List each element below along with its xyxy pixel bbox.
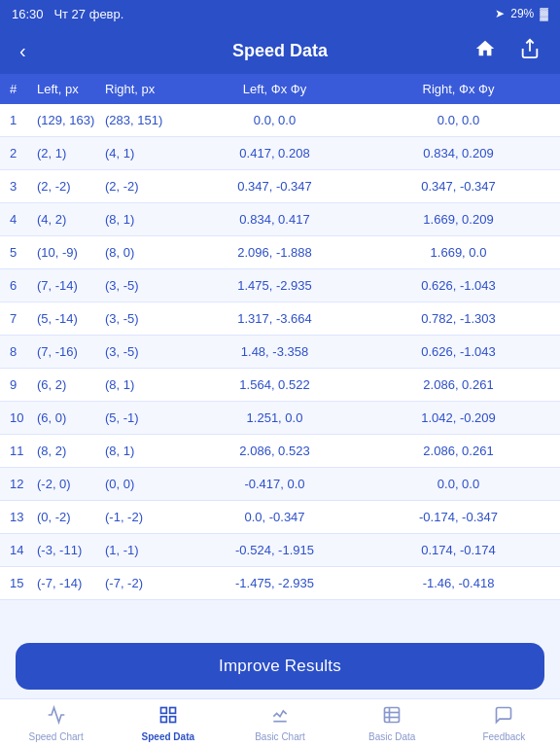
- cell-right-fxy: 0.0, 0.0: [367, 113, 550, 127]
- table-row: 8 (7, -16) (3, -5) 1.48, -3.358 0.626, -…: [0, 336, 560, 369]
- cell-right-px: (8, 1): [105, 444, 183, 458]
- cell-right-px: (2, -2): [105, 179, 183, 194]
- cell-num: 10: [10, 410, 37, 425]
- cell-num: 14: [10, 543, 37, 557]
- battery-icon: ▓: [540, 7, 548, 20]
- cell-right-fxy: 1.669, 0.0: [367, 245, 550, 260]
- cell-right-fxy: 0.347, -0.347: [367, 179, 550, 194]
- cell-left-px: (10, -9): [37, 245, 105, 260]
- cell-left-fxy: 1.564, 0.522: [183, 377, 367, 392]
- status-time: 16:30 Чт 27 февр.: [12, 7, 123, 21]
- cell-left-fxy: 0.0, -0.347: [183, 510, 367, 524]
- page-title: Speed Data: [232, 41, 328, 61]
- tab-feedback[interactable]: Feedback: [448, 701, 560, 746]
- tab-basic-data[interactable]: Basic Data: [336, 701, 448, 746]
- cell-right-fxy: 1.669, 0.209: [367, 212, 550, 227]
- cell-right-px: (3, -5): [105, 311, 183, 326]
- wifi-icon: ➤: [495, 7, 505, 20]
- speed-data-label: Speed Data: [142, 731, 194, 742]
- cell-left-px: (7, -16): [37, 344, 105, 359]
- basic-data-label: Basic Data: [368, 731, 415, 742]
- col-right-fxy: Right, Фх Фу: [367, 82, 550, 96]
- basic-data-icon: [382, 705, 402, 729]
- cell-num: 1: [10, 113, 37, 127]
- cell-right-px: (4, 1): [105, 146, 183, 160]
- table-row: 3 (2, -2) (2, -2) 0.347, -0.347 0.347, -…: [0, 170, 560, 203]
- home-icon: [474, 38, 496, 59]
- cell-right-fxy: 1.042, -0.209: [367, 410, 550, 425]
- tab-speed-data[interactable]: Speed Data: [112, 701, 224, 746]
- cell-left-fxy: 1.475, -2.935: [183, 278, 367, 293]
- cell-right-px: (1, -1): [105, 543, 183, 557]
- cell-num: 3: [10, 179, 37, 194]
- table-header: # Left, px Right, px Left, Фх Фу Right, …: [0, 74, 560, 104]
- feedback-label: Feedback: [482, 731, 525, 742]
- cell-left-fxy: 0.347, -0.347: [183, 179, 367, 194]
- svg-rect-6: [385, 707, 400, 722]
- cell-left-px: (0, -2): [37, 510, 105, 524]
- col-left-px: Left, px: [37, 82, 105, 96]
- home-button[interactable]: [467, 34, 504, 68]
- cell-left-fxy: 0.0, 0.0: [183, 113, 367, 127]
- cell-num: 13: [10, 510, 37, 524]
- cell-num: 4: [10, 212, 37, 227]
- table-body: 1 (129, 163) (283, 151) 0.0, 0.0 0.0, 0.…: [0, 104, 560, 633]
- cell-right-px: (8, 0): [105, 245, 183, 260]
- cell-left-fxy: 0.417, 0.208: [183, 146, 367, 160]
- cell-left-fxy: 0.834, 0.417: [183, 212, 367, 227]
- speed-data-icon: [158, 705, 178, 729]
- nav-right-buttons: [467, 34, 548, 68]
- basic-chart-label: Basic Chart: [255, 731, 305, 742]
- svg-rect-2: [169, 707, 175, 713]
- cell-right-px: (8, 1): [105, 377, 183, 392]
- cell-right-fxy: -1.46, -0.418: [367, 576, 550, 590]
- cell-num: 12: [10, 477, 37, 491]
- cell-left-px: (129, 163): [37, 113, 105, 127]
- cell-right-px: (3, -5): [105, 344, 183, 359]
- table-row: 6 (7, -14) (3, -5) 1.475, -2.935 0.626, …: [0, 269, 560, 302]
- cell-left-fxy: -0.417, 0.0: [183, 477, 367, 491]
- cell-left-px: (5, -14): [37, 311, 105, 326]
- cell-left-px: (-2, 0): [37, 477, 105, 491]
- cell-num: 7: [10, 311, 37, 326]
- table-row: 15 (-7, -14) (-7, -2) -1.475, -2.935 -1.…: [0, 567, 560, 600]
- col-num: #: [10, 82, 37, 96]
- table-row: 9 (6, 2) (8, 1) 1.564, 0.522 2.086, 0.26…: [0, 369, 560, 402]
- table-row: 11 (8, 2) (8, 1) 2.086, 0.523 2.086, 0.2…: [0, 435, 560, 468]
- improve-results-button[interactable]: Improve Results: [16, 643, 544, 690]
- speed-chart-label: Speed Chart: [29, 731, 84, 742]
- share-icon: [519, 38, 541, 59]
- cell-num: 15: [10, 576, 37, 590]
- table-row: 10 (6, 0) (5, -1) 1.251, 0.0 1.042, -0.2…: [0, 402, 560, 435]
- cell-left-px: (2, 1): [37, 146, 105, 160]
- cell-left-px: (7, -14): [37, 278, 105, 293]
- cell-left-px: (2, -2): [37, 179, 105, 194]
- cell-right-fxy: 2.086, 0.261: [367, 444, 550, 458]
- cell-left-fxy: 1.48, -3.358: [183, 344, 367, 359]
- cell-right-px: (3, -5): [105, 278, 183, 293]
- svg-rect-1: [160, 707, 166, 713]
- cell-right-fxy: 0.834, 0.209: [367, 146, 550, 160]
- feedback-icon: [494, 705, 513, 729]
- cell-right-fxy: 2.086, 0.261: [367, 377, 550, 392]
- cell-right-fxy: 0.174, -0.174: [367, 543, 550, 557]
- share-button[interactable]: [511, 34, 548, 68]
- improve-btn-wrapper: Improve Results: [0, 633, 560, 699]
- speed-chart-icon: [47, 705, 66, 729]
- tab-speed-chart[interactable]: Speed Chart: [0, 701, 112, 746]
- col-left-fxy: Left, Фх Фу: [183, 82, 367, 96]
- cell-left-px: (6, 0): [37, 410, 105, 425]
- tab-bar: Speed Chart Speed Data Basic Chart Basic…: [0, 698, 560, 747]
- table-row: 14 (-3, -11) (1, -1) -0.524, -1.915 0.17…: [0, 534, 560, 567]
- svg-rect-4: [169, 716, 175, 722]
- cell-right-px: (5, -1): [105, 410, 183, 425]
- cell-right-px: (-7, -2): [105, 576, 183, 590]
- tab-basic-chart[interactable]: Basic Chart: [224, 701, 335, 746]
- cell-left-fxy: 1.251, 0.0: [183, 410, 367, 425]
- cell-num: 2: [10, 146, 37, 160]
- battery-percent: 29%: [510, 7, 534, 20]
- cell-left-fxy: 2.086, 0.523: [183, 444, 367, 458]
- basic-chart-icon: [270, 705, 290, 729]
- cell-right-fxy: 0.0, 0.0: [367, 477, 550, 491]
- back-button[interactable]: ‹: [12, 36, 34, 66]
